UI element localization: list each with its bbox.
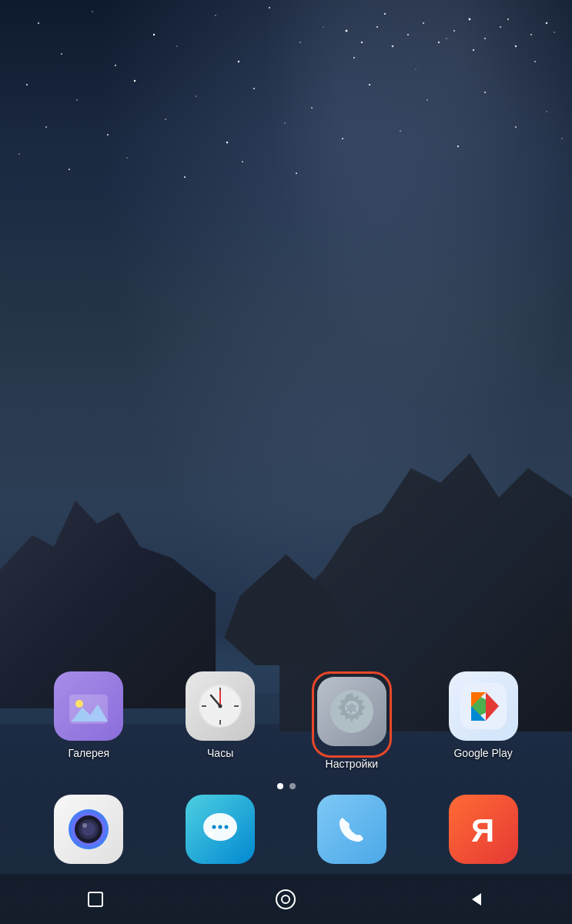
svg-point-57 — [242, 161, 243, 162]
camera-dock-icon[interactable] — [54, 795, 123, 864]
home-button[interactable] — [270, 884, 301, 915]
svg-point-9 — [554, 32, 555, 33]
svg-point-54 — [69, 169, 70, 170]
svg-point-47 — [469, 18, 471, 21]
svg-point-38 — [561, 138, 562, 139]
settings-app-icon[interactable] — [317, 677, 386, 746]
svg-point-17 — [473, 49, 474, 51]
svg-point-34 — [342, 138, 343, 139]
google-play-app-icon[interactable] — [449, 671, 518, 741]
phone-dock-icon[interactable] — [317, 795, 386, 864]
gallery-app-icon[interactable] — [54, 671, 123, 741]
navigation-bar — [0, 874, 572, 924]
svg-point-74 — [348, 704, 356, 711]
svg-point-4 — [269, 7, 270, 8]
svg-point-28 — [546, 111, 547, 112]
app-item-google-play[interactable]: Google Play — [433, 671, 534, 759]
gallery-label: Галерея — [69, 747, 110, 759]
dock: Я — [0, 795, 572, 870]
svg-point-48 — [484, 38, 486, 39]
dock-item-camera[interactable] — [38, 795, 139, 870]
svg-point-1 — [92, 11, 92, 12]
dock-item-yandex[interactable]: Я — [433, 795, 534, 870]
page-dot-2[interactable] — [289, 783, 296, 789]
svg-point-3 — [215, 15, 216, 16]
page-dots — [0, 783, 572, 789]
recents-button[interactable] — [80, 884, 111, 915]
svg-marker-97 — [472, 893, 481, 906]
svg-point-43 — [407, 34, 409, 35]
svg-point-25 — [369, 84, 370, 85]
svg-point-41 — [376, 26, 378, 28]
app-item-clock[interactable]: Часы — [170, 671, 270, 759]
svg-point-37 — [515, 126, 517, 128]
svg-rect-91 — [329, 806, 375, 852]
svg-rect-94 — [89, 892, 102, 906]
svg-point-56 — [184, 176, 186, 178]
svg-point-30 — [107, 134, 109, 136]
svg-point-40 — [361, 42, 363, 43]
svg-point-33 — [284, 122, 285, 123]
svg-point-13 — [238, 61, 239, 62]
svg-point-5 — [323, 26, 323, 27]
clock-label: Часы — [207, 747, 233, 759]
app-item-settings[interactable]: Настройки — [302, 671, 402, 770]
svg-point-19 — [26, 84, 28, 85]
dock-item-phone[interactable] — [302, 795, 402, 870]
svg-point-12 — [176, 45, 177, 46]
svg-point-6 — [384, 13, 386, 15]
svg-point-0 — [38, 22, 39, 24]
svg-point-95 — [276, 890, 295, 909]
svg-point-35 — [400, 130, 401, 132]
dock-item-messages[interactable] — [170, 795, 270, 870]
svg-point-21 — [134, 80, 135, 82]
svg-point-96 — [282, 896, 289, 903]
svg-point-23 — [253, 88, 255, 89]
clock-app-icon[interactable] — [186, 671, 255, 741]
svg-point-29 — [45, 126, 47, 128]
svg-point-39 — [346, 30, 348, 32]
svg-point-44 — [423, 22, 424, 24]
messages-dock-icon[interactable] — [186, 795, 255, 864]
svg-point-36 — [457, 146, 459, 147]
svg-point-52 — [546, 22, 548, 25]
svg-point-55 — [126, 157, 127, 158]
app-grid: Галерея Часы — [0, 671, 572, 770]
svg-point-32 — [226, 142, 228, 143]
page-dot-1[interactable] — [277, 783, 283, 789]
settings-highlight-border — [312, 671, 392, 758]
svg-point-31 — [165, 119, 166, 120]
svg-point-11 — [115, 65, 116, 66]
app-item-gallery[interactable]: Галерея — [38, 671, 139, 759]
svg-point-58 — [296, 172, 297, 174]
svg-point-26 — [426, 99, 428, 101]
svg-point-53 — [18, 153, 20, 155]
svg-point-18 — [534, 61, 536, 62]
svg-point-60 — [75, 700, 83, 708]
svg-point-88 — [212, 825, 216, 829]
svg-point-2 — [153, 34, 155, 35]
svg-point-20 — [76, 99, 78, 101]
stars-layer — [0, 0, 572, 462]
yandex-dock-icon[interactable]: Я — [449, 795, 518, 864]
svg-point-24 — [311, 107, 313, 109]
svg-point-51 — [530, 34, 532, 35]
svg-point-10 — [61, 53, 62, 55]
svg-point-71 — [219, 705, 222, 708]
svg-point-16 — [415, 69, 416, 69]
google-play-label: Google Play — [453, 747, 512, 759]
svg-point-15 — [353, 57, 355, 59]
svg-point-8 — [507, 18, 509, 20]
svg-point-42 — [392, 45, 394, 48]
svg-point-89 — [219, 825, 222, 829]
svg-point-22 — [196, 95, 196, 96]
svg-point-7 — [446, 38, 447, 38]
svg-point-14 — [299, 42, 301, 43]
back-button[interactable] — [461, 884, 492, 915]
svg-point-50 — [515, 45, 517, 47]
svg-point-85 — [82, 823, 87, 828]
svg-point-49 — [500, 26, 501, 28]
svg-point-27 — [484, 92, 486, 93]
svg-point-46 — [453, 30, 455, 32]
svg-text:Я: Я — [471, 812, 494, 849]
